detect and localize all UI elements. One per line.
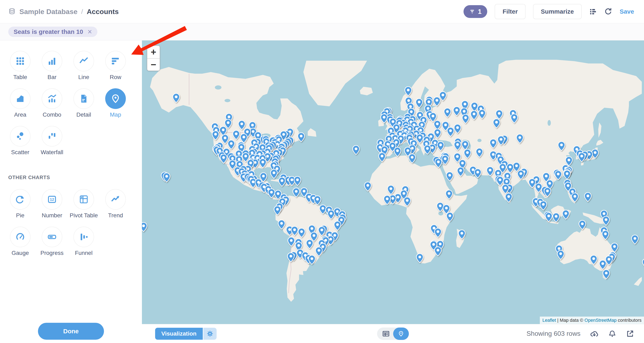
map-pin[interactable] (327, 210, 335, 220)
map-pin[interactable] (476, 148, 483, 157)
viz-type-line[interactable]: Line (68, 51, 100, 81)
map-pin[interactable] (453, 106, 460, 116)
viz-type-combo[interactable]: Combo (36, 88, 68, 118)
map-pin[interactable] (446, 172, 454, 181)
map-pin[interactable] (294, 176, 301, 186)
map-pin[interactable] (424, 145, 431, 155)
map-pin[interactable] (510, 114, 518, 123)
map-pin[interactable] (558, 141, 566, 151)
viz-type-table[interactable]: Table (4, 51, 36, 81)
map-pin[interactable] (506, 163, 514, 173)
viz-type-bar[interactable]: Bar (36, 51, 68, 81)
map-pin[interactable] (433, 97, 441, 107)
map-pin[interactable] (602, 216, 610, 226)
map-pin[interactable] (437, 141, 444, 151)
map-pin[interactable] (492, 118, 500, 128)
viz-type-area[interactable]: Area (4, 88, 36, 118)
bell-icon[interactable] (608, 329, 616, 338)
filter-chip-remove-icon[interactable]: × (88, 28, 92, 36)
map-pin[interactable] (540, 201, 547, 210)
map-pin[interactable] (458, 229, 466, 239)
map-pin[interactable] (602, 269, 610, 279)
viz-type-gauge[interactable]: Gauge (4, 227, 36, 256)
openstreetmap-link[interactable]: OpenStreetMap (584, 318, 616, 323)
map-pin[interactable] (434, 129, 442, 139)
viz-type-pie[interactable]: Pie (4, 189, 36, 219)
map-pin[interactable] (270, 169, 278, 179)
filter-button[interactable]: Filter (495, 4, 526, 19)
zoom-out-button[interactable]: − (147, 58, 160, 71)
map-pin[interactable] (497, 136, 505, 146)
map-pin[interactable] (408, 154, 416, 163)
map-pin[interactable] (578, 152, 586, 162)
map-pin[interactable] (470, 110, 478, 120)
zoom-in-button[interactable]: + (147, 46, 160, 58)
map-pin[interactable] (505, 193, 512, 203)
map-pin[interactable] (554, 170, 562, 180)
map-pin[interactable] (434, 158, 442, 168)
map-pin[interactable] (278, 219, 286, 229)
map-pin[interactable] (599, 260, 607, 270)
map-pin[interactable] (287, 252, 295, 262)
viz-type-detail[interactable]: Detail (68, 88, 100, 118)
map-canvas[interactable]: + − Leaflet | Map data © OpenStreetMap c… (142, 41, 644, 324)
refresh-icon[interactable] (604, 8, 612, 16)
map-pin[interactable] (563, 170, 571, 180)
map-pin[interactable] (445, 190, 453, 200)
map-pin[interactable] (274, 206, 281, 215)
viz-type-pivot-table[interactable]: Pivot Table (68, 189, 100, 219)
viz-type-progress[interactable]: Progress (36, 227, 68, 256)
filter-chip[interactable]: Seats is greater than 10 × (8, 27, 97, 37)
map-pin[interactable] (172, 93, 180, 103)
map-pin[interactable] (308, 255, 316, 265)
map-pin[interactable] (314, 195, 322, 205)
map-pin[interactable] (378, 152, 386, 162)
map-pin[interactable] (318, 226, 326, 236)
map-pin[interactable] (415, 98, 423, 108)
map-pin[interactable] (495, 110, 503, 120)
map-pin[interactable] (297, 132, 305, 142)
map-pin[interactable] (474, 168, 482, 178)
map-pin[interactable] (545, 212, 552, 222)
map-pin[interactable] (642, 258, 644, 268)
map-pin[interactable] (352, 145, 360, 155)
map-pin[interactable] (416, 253, 424, 263)
map-pin[interactable] (441, 155, 449, 165)
viz-type-trend[interactable]: Trend (100, 189, 132, 219)
map-pin[interactable] (434, 246, 442, 256)
share-icon[interactable] (626, 329, 634, 338)
map-pin[interactable] (631, 234, 639, 244)
leaflet-link[interactable]: Leaflet (542, 318, 556, 323)
viz-type-waterfall[interactable]: Waterfall (36, 126, 68, 156)
filters-badge-button[interactable]: 1 (464, 5, 488, 18)
map-pin[interactable] (486, 166, 494, 176)
map-pin[interactable] (578, 220, 586, 230)
map-pin[interactable] (610, 242, 618, 252)
visualization-settings-button[interactable] (204, 328, 216, 340)
map-pin[interactable] (163, 172, 170, 182)
map-pin[interactable] (602, 230, 609, 240)
map-pin[interactable] (259, 158, 267, 168)
map-pin[interactable] (446, 212, 454, 222)
map-pin[interactable] (478, 109, 486, 119)
map-pin[interactable] (298, 228, 306, 238)
map-pin[interactable] (292, 188, 300, 197)
map-pin[interactable] (334, 221, 342, 231)
download-icon[interactable] (590, 329, 598, 338)
map-pin[interactable] (544, 187, 552, 197)
map-pin[interactable] (590, 255, 598, 265)
map-pin[interactable] (387, 185, 395, 195)
breadcrumb-database[interactable]: Sample Database (20, 8, 78, 16)
map-pin[interactable] (212, 130, 220, 140)
viz-type-number[interactable]: 12 Number (36, 189, 68, 219)
map-pin[interactable] (557, 250, 564, 260)
map-pin[interactable] (232, 130, 240, 140)
map-pin[interactable] (454, 141, 462, 151)
viz-type-scatter[interactable]: Scatter (4, 126, 36, 156)
map-pin[interactable] (315, 247, 323, 256)
map-pin[interactable] (552, 213, 560, 222)
map-pin[interactable] (516, 134, 524, 144)
map-pin[interactable] (562, 210, 570, 220)
viz-type-funnel[interactable]: Funnel (68, 227, 100, 256)
map-pin[interactable] (291, 226, 298, 236)
